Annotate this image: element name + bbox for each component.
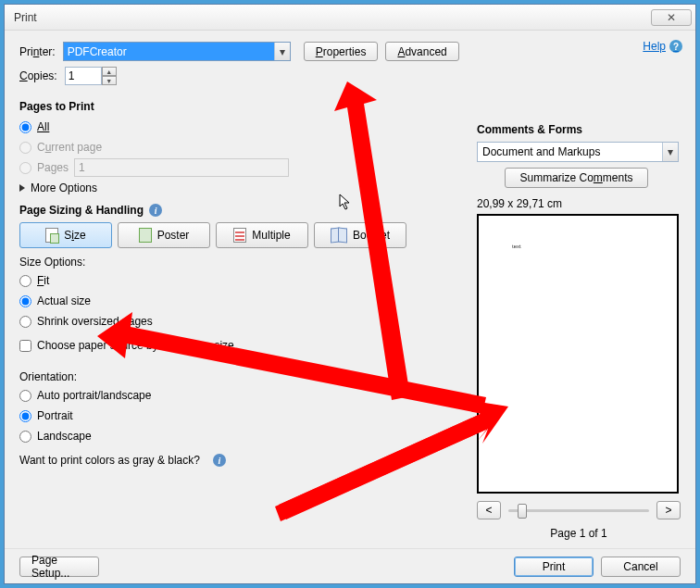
window-title: Print: [14, 11, 651, 24]
radio-all-label: All: [37, 120, 49, 133]
comments-select[interactable]: Document and Markups ▾: [477, 142, 679, 162]
tab-size[interactable]: Size: [19, 222, 112, 248]
tab-multiple-label: Multiple: [252, 229, 290, 242]
preview-prev-button[interactable]: <: [477, 501, 501, 519]
comments-value: Document and Markups: [482, 145, 600, 158]
triangle-right-icon: [19, 184, 25, 192]
tab-multiple[interactable]: Multiple: [216, 222, 308, 248]
copies-spinner[interactable]: ▲▼: [102, 67, 117, 85]
pages-range-input: [74, 158, 289, 177]
spinner-up-icon: ▲: [102, 67, 117, 76]
radio-landscape-label: Landscape: [37, 430, 92, 443]
radio-actual-label: Actual size: [37, 294, 91, 307]
right-column: Comments & Forms Document and Markups ▾ …: [477, 77, 681, 540]
booklet-icon: [331, 228, 347, 243]
printer-value: PDFCreator: [68, 45, 127, 58]
page-indicator: Page 1 of 1: [477, 527, 681, 540]
radio-current: [19, 142, 31, 154]
summarize-button[interactable]: Summarize Comments: [505, 168, 648, 188]
tab-booklet[interactable]: Booklet: [314, 222, 406, 248]
printer-label: Printer:: [19, 45, 56, 58]
radio-fit-label: Fit: [37, 274, 49, 287]
copies-label: Copies:: [19, 69, 57, 82]
close-button[interactable]: ✕: [651, 9, 692, 26]
tab-size-label: Size: [64, 229, 85, 242]
help-label: Help: [643, 40, 666, 53]
slider-thumb[interactable]: [518, 504, 527, 519]
print-preview: text: [477, 214, 679, 494]
radio-shrink-label: Shrink oversized pages: [37, 315, 153, 328]
radio-pages-label: Pages: [37, 161, 69, 174]
radio-portrait[interactable]: [19, 410, 31, 422]
spinner-down-icon: ▼: [102, 76, 117, 85]
checkbox-paper-source-label: Choose paper source by PDF page size: [37, 339, 234, 352]
tab-poster[interactable]: Poster: [118, 222, 210, 248]
radio-shrink[interactable]: [19, 316, 31, 328]
content-area: Help ? Printer: PDFCreator ▾ Properties …: [5, 31, 695, 548]
info-icon[interactable]: i: [149, 204, 162, 217]
preview-dimensions: 20,99 x 29,71 cm: [477, 197, 681, 210]
help-icon: ?: [669, 40, 682, 53]
cancel-button[interactable]: Cancel: [601, 557, 681, 577]
radio-fit[interactable]: [19, 275, 31, 287]
more-options-toggle[interactable]: More Options: [19, 181, 464, 194]
radio-auto-orient[interactable]: [19, 390, 31, 402]
properties-button[interactable]: Properties: [304, 42, 379, 61]
print-button[interactable]: Print: [514, 557, 594, 577]
radio-all[interactable]: [19, 121, 31, 133]
orientation-title: Orientation:: [19, 370, 464, 383]
chevron-down-icon: ▾: [662, 143, 678, 161]
size-icon: [45, 228, 58, 243]
footer: Page Setup... Print Cancel: [5, 548, 695, 583]
grayscale-question: Want to print colors as gray & black?: [19, 454, 200, 467]
radio-landscape[interactable]: [19, 431, 31, 443]
sizing-title: Page Sizing & Handling: [19, 204, 144, 217]
tab-booklet-label: Booklet: [353, 229, 390, 242]
more-options-label: More Options: [31, 181, 97, 194]
comments-title: Comments & Forms: [477, 123, 681, 136]
tab-poster-label: Poster: [157, 229, 190, 242]
radio-current-label: Current page: [37, 141, 102, 154]
help-link[interactable]: Help ?: [643, 40, 682, 53]
zoom-slider[interactable]: [508, 509, 649, 512]
radio-auto-orient-label: Auto portrait/landscape: [37, 389, 151, 402]
checkbox-paper-source[interactable]: [19, 340, 31, 352]
advanced-button[interactable]: Advanced: [385, 42, 458, 61]
multiple-icon: [233, 228, 246, 243]
preview-content-text: text: [512, 244, 521, 249]
page-setup-button[interactable]: Page Setup...: [19, 557, 99, 577]
pages-to-print-title: Pages to Print: [19, 100, 464, 113]
info-icon[interactable]: i: [213, 454, 226, 467]
titlebar: Print ✕: [5, 5, 695, 31]
chevron-down-icon: ▾: [274, 43, 290, 60]
radio-pages: [19, 162, 31, 174]
preview-next-button[interactable]: >: [656, 501, 681, 519]
sizing-title-row: Page Sizing & Handling i: [19, 204, 464, 217]
print-dialog: Print ✕ Help ? Printer: PDFCreator ▾ Pro…: [4, 4, 696, 584]
radio-portrait-label: Portrait: [37, 409, 73, 422]
printer-select[interactable]: PDFCreator ▾: [63, 42, 291, 61]
copies-input[interactable]: [65, 67, 102, 85]
size-options-label: Size Options:: [19, 256, 464, 269]
poster-icon: [139, 228, 152, 243]
radio-actual[interactable]: [19, 295, 31, 307]
close-icon: ✕: [667, 11, 676, 24]
